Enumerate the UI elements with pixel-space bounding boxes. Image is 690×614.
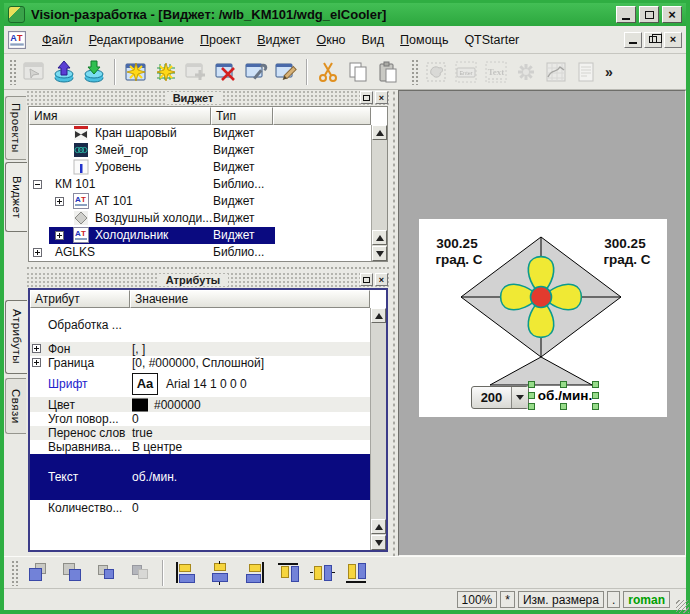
dock-close-button[interactable]: × — [375, 273, 388, 286]
vertical-splitter[interactable] — [390, 90, 398, 556]
menu-view[interactable]: Вид — [353, 30, 392, 50]
combo-dropdown-button[interactable] — [511, 387, 528, 408]
attr-row-wordwrap[interactable]: Перенос слов true — [30, 426, 370, 440]
attr-row-process[interactable]: Обработка ... — [30, 308, 370, 342]
maximize-button[interactable] — [639, 6, 659, 23]
menu-widget[interactable]: Виджет — [249, 30, 308, 50]
expand-icon[interactable] — [55, 231, 64, 240]
resize-handle[interactable] — [592, 392, 599, 399]
attr-row-background[interactable]: Фон [, ] — [30, 342, 370, 356]
scroll-up-button[interactable] — [371, 308, 386, 323]
toolbar-handle[interactable] — [411, 59, 418, 85]
resize-handle[interactable] — [560, 403, 567, 410]
resize-handle[interactable] — [528, 403, 535, 410]
scroll-up-button[interactable] — [372, 125, 387, 140]
lower-one-level-button[interactable] — [127, 560, 153, 586]
attributes-scrollbar[interactable] — [370, 308, 386, 550]
column-header-value[interactable]: Значение — [130, 290, 370, 308]
column-header-name[interactable]: Имя — [29, 107, 211, 125]
figure-button-button[interactable]: Enter — [451, 57, 481, 87]
cooler-widget[interactable]: 300.25 град. С 300.25 град. С 200 об./ми… — [419, 219, 667, 417]
resize-handle[interactable] — [528, 392, 535, 399]
new-library-widget-button[interactable] — [151, 57, 181, 87]
mdi-minimize-button[interactable] — [624, 32, 642, 48]
resize-grip[interactable] — [676, 600, 689, 613]
expand-icon[interactable] — [32, 344, 41, 353]
new-widget-button[interactable] — [121, 57, 151, 87]
table-row-selected[interactable]: AT Холодильник Виджет — [29, 227, 371, 244]
toolbar-handle[interactable] — [11, 560, 18, 586]
scroll-down-button[interactable] — [371, 535, 386, 550]
column-header-attribute[interactable]: Атрибут — [30, 290, 130, 308]
attributes-dock-titlebar[interactable]: Атрибуты × — [26, 272, 390, 287]
editor-canvas[interactable]: 300.25 град. С 300.25 град. С 200 об./ми… — [398, 90, 686, 556]
mdi-close-button[interactable]: × — [664, 32, 682, 48]
menu-qtstarter[interactable]: QTStarter — [456, 30, 527, 50]
align-right-button[interactable] — [241, 560, 267, 586]
paste-button[interactable] — [373, 57, 403, 87]
dock-close-button[interactable]: × — [375, 91, 388, 104]
align-vertical-center-button[interactable] — [309, 560, 335, 586]
expand-icon[interactable] — [33, 248, 42, 257]
resize-handle[interactable] — [528, 381, 535, 388]
collapse-icon[interactable] — [33, 180, 42, 189]
align-top-button[interactable] — [275, 560, 301, 586]
align-horizontal-center-button[interactable] — [207, 560, 233, 586]
attr-row-count[interactable]: Количество... 0 — [30, 500, 370, 515]
menu-help[interactable]: Помощь — [392, 30, 456, 50]
expand-icon[interactable] — [32, 358, 41, 367]
mdi-restore-button[interactable] — [644, 32, 662, 48]
resize-handle[interactable] — [592, 403, 599, 410]
tab-links[interactable]: Связи — [5, 378, 26, 434]
column-header-type[interactable]: Тип — [211, 107, 273, 125]
tab-attributes[interactable]: Атрибуты — [5, 300, 27, 374]
color-swatch[interactable] — [132, 398, 148, 411]
tab-widget[interactable]: Виджет — [5, 162, 27, 232]
widget-properties-button[interactable] — [241, 57, 271, 87]
resize-handle[interactable] — [560, 381, 567, 388]
attr-row-alignment[interactable]: Выравнива... В центре — [30, 440, 370, 454]
load-from-db-button[interactable] — [49, 57, 79, 87]
menu-file[interactable]: Файл — [34, 30, 81, 50]
rise-button[interactable] — [25, 560, 51, 586]
cut-button[interactable] — [313, 57, 343, 87]
menu-edit[interactable]: Редактирование — [81, 30, 192, 50]
table-row[interactable]: Кран шаровый Виджет — [29, 125, 371, 142]
expand-icon[interactable] — [55, 197, 64, 206]
close-button[interactable]: × — [662, 6, 682, 23]
attr-row-color[interactable]: Цвет #000000 — [30, 397, 370, 412]
figure-text-button[interactable]: Text — [481, 57, 511, 87]
align-left-button[interactable] — [173, 560, 199, 586]
rise-one-level-button[interactable] — [93, 560, 119, 586]
horizontal-splitter[interactable] — [26, 264, 390, 272]
table-row[interactable]: Змей_гор Виджет — [29, 142, 371, 159]
figure-image-button[interactable] — [511, 57, 541, 87]
scroll-up-button[interactable] — [371, 519, 386, 534]
dock-float-button[interactable] — [360, 91, 373, 104]
toolbar-handle[interactable] — [9, 59, 16, 85]
attr-row-text-selected[interactable]: Текст об./мин. — [30, 454, 386, 500]
speed-combobox[interactable]: 200 — [471, 386, 529, 409]
add-widget-button[interactable] — [181, 57, 211, 87]
widget-edit-button[interactable] — [271, 57, 301, 87]
minimize-button[interactable] — [616, 6, 636, 23]
table-row[interactable]: Воздушный холоди... Виджет — [29, 210, 371, 227]
resize-handle[interactable] — [592, 381, 599, 388]
attr-row-font[interactable]: Шрифт Aa Arial 14 1 0 0 0 — [30, 370, 370, 397]
copy-button[interactable] — [343, 57, 373, 87]
align-bottom-button[interactable] — [343, 560, 369, 586]
lower-button[interactable] — [59, 560, 85, 586]
widget-dock-titlebar[interactable]: Виджет × — [26, 90, 390, 105]
table-row[interactable]: Уровень Виджет — [29, 159, 371, 176]
attr-row-border[interactable]: Граница [0, #000000, Сплошной] — [30, 356, 370, 370]
scroll-down-button[interactable] — [372, 246, 387, 261]
current-user[interactable]: roman — [623, 591, 670, 608]
figure-shape-button[interactable] — [421, 57, 451, 87]
figure-document-button[interactable] — [571, 57, 601, 87]
table-row[interactable]: AGLKS Библио... — [29, 244, 371, 261]
table-row[interactable]: AT АТ 101 Виджет — [29, 193, 371, 210]
menu-project[interactable]: Проект — [192, 30, 249, 50]
zoom-level[interactable]: 100% — [457, 591, 498, 608]
tree-scrollbar[interactable] — [371, 125, 387, 261]
exec-widget-button[interactable] — [19, 57, 49, 87]
